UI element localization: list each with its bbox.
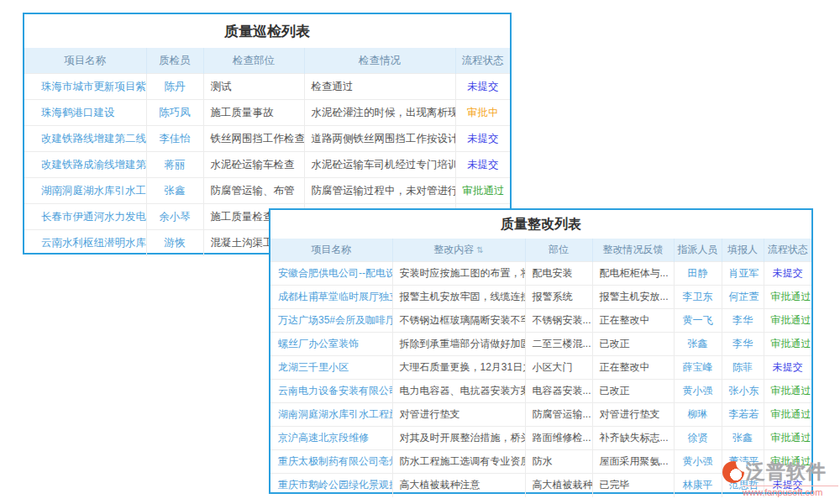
col-header-project-name: 项目名称: [24, 48, 146, 74]
col-header-flow-status: 流程状态: [764, 239, 811, 262]
sort-icon[interactable]: ⇅: [476, 245, 483, 255]
inspection-result-cell: 检查通过: [304, 74, 455, 100]
rectify-content-cell: 拆除到承重墙部分请做好加固...: [392, 333, 525, 356]
reporter-link[interactable]: 李华: [722, 309, 764, 333]
assignee-link[interactable]: 薛宝峰: [674, 356, 722, 380]
assignee-link[interactable]: 柳琳: [674, 403, 722, 427]
assignee-link[interactable]: 林康平: [674, 474, 722, 497]
feedback-cell: 补齐缺失标志...: [592, 427, 674, 450]
rectify-content-cell: 防水工程施工选调有专业资质...: [392, 450, 525, 474]
project-name-link[interactable]: 珠海鹤港口建设: [24, 100, 146, 126]
project-name-link[interactable]: 长春市伊通河水力发电...: [24, 204, 146, 230]
reporter-link[interactable]: 肖亚军: [722, 262, 764, 286]
reporter-link[interactable]: 李若若: [722, 403, 764, 427]
assignee-link[interactable]: 田静: [674, 262, 722, 286]
project-name-link[interactable]: 改建铁路线增建第二线...: [24, 126, 146, 152]
col-header-inspector: 质检员: [146, 48, 203, 74]
reporter-link[interactable]: 张小东: [722, 380, 764, 403]
feedback-cell: 报警主机安放...: [592, 286, 674, 309]
inspection-part-cell: 铁丝网围挡工作检查: [203, 126, 304, 152]
col-header-part: 部位: [525, 239, 592, 262]
project-name-link[interactable]: 重庆太极制药有限公司亳州中...: [270, 450, 392, 474]
feedback-cell: 对管进行垫支: [592, 403, 674, 427]
rectify-content-cell: 对管进行垫支: [392, 403, 525, 427]
assignee-link[interactable]: 张鑫: [674, 333, 722, 356]
status-badge: 审批通过: [764, 286, 811, 309]
table-row: 湖南洞庭湖水库引水工程施工标 对管进行垫支 防腐管运输... 对管进行垫支 柳琳…: [270, 403, 811, 427]
table-row: 安徽合肥供电公司--配电设备... 安装时应按施工图的布置，将... 配电安装 …: [270, 262, 811, 286]
reporter-link[interactable]: 张鑫: [722, 427, 764, 450]
feedback-cell: 屋面采用聚氨...: [592, 450, 674, 474]
inspection-result-cell: 水泥砼灌注的时候，出现离析现象: [304, 100, 455, 126]
status-badge: 审批通过: [764, 427, 811, 450]
feedback-cell: 正在整改中: [592, 356, 674, 380]
project-name-link[interactable]: 成都杜甫草堂临时展厅独立展...: [270, 286, 392, 309]
inspection-list-title-text: 质量巡检列表: [224, 22, 310, 41]
col-header-rectify-content[interactable]: 整改内容⇅: [392, 239, 525, 262]
part-cell: 电容器安装...: [525, 380, 592, 403]
inspector-link[interactable]: 张鑫: [146, 178, 203, 204]
reporter-link[interactable]: 陈菲: [722, 356, 764, 380]
status-badge: 未提交: [764, 262, 811, 286]
inspector-link[interactable]: 余小琴: [146, 204, 203, 230]
reporter-link[interactable]: 李华: [722, 333, 764, 356]
table-row: 珠海鹤港口建设 陈巧凤 施工质量事故 水泥砼灌注的时候，出现离析现象 审批中: [24, 100, 510, 126]
inspection-list-title: 质量巡检列表: [24, 14, 510, 48]
part-cell: 报警系统: [525, 286, 592, 309]
assignee-link[interactable]: 黄小强: [674, 380, 722, 403]
table-row: 龙湖三千里小区 大理石质量更换，12月31日之... 小区大门 正在整改中 薛宝…: [270, 356, 811, 380]
status-badge: 审批通过: [764, 333, 811, 356]
project-name-link[interactable]: 湖南洞庭湖水库引水工...: [24, 178, 146, 204]
vendor-watermark: 泛普软件 www.fanpusoft.com: [722, 459, 838, 502]
col-header-flow-status: 流程状态: [455, 48, 510, 74]
fanpu-brand-text: 泛普软件: [746, 459, 827, 485]
inspector-link[interactable]: 李佳怡: [146, 126, 203, 152]
assignee-link[interactable]: 黄一飞: [674, 309, 722, 333]
fanpu-logo-icon: [722, 461, 744, 483]
inspection-part-cell: 测试: [203, 74, 304, 100]
rectify-content-cell: 对其及时开展整治措施，桥头...: [392, 427, 525, 450]
table-row: 成都杜甫草堂临时展厅独立展... 报警主机安放牢固，线缆连接... 报警系统 报…: [270, 286, 811, 309]
inspection-part-cell: 施工质量事故: [203, 100, 304, 126]
project-name-link[interactable]: 京沪高速北京段维修: [270, 427, 392, 450]
table-row: 珠海市城市更新项目紫... 陈丹 测试 检查通过 未提交: [24, 74, 510, 100]
status-badge: 审批通过: [764, 403, 811, 427]
project-name-link[interactable]: 云南水利枢纽潜明水库...: [24, 230, 146, 256]
project-name-link[interactable]: 湖南洞庭湖水库引水工程施工标: [270, 403, 392, 427]
inspector-link[interactable]: 蒋丽: [146, 152, 203, 178]
status-badge: 审批通过: [764, 380, 811, 403]
inspection-part-cell: 防腐管运输、布管: [203, 178, 304, 204]
assignee-link[interactable]: 黄小强: [674, 450, 722, 474]
project-name-link[interactable]: 珠海市城市更新项目紫...: [24, 74, 146, 100]
part-cell: 防水: [525, 450, 592, 474]
project-name-link[interactable]: 万达广场35#会所及咖啡厅空...: [270, 309, 392, 333]
assignee-link[interactable]: 李卫东: [674, 286, 722, 309]
project-name-link[interactable]: 云南电力设备安装有限公司20...: [270, 380, 392, 403]
rectify-content-cell: 不锈钢边框玻璃隔断安装不牢...: [392, 309, 525, 333]
feedback-cell: 正在整改中: [592, 309, 674, 333]
rectify-content-cell: 报警主机安放牢固，线缆连接...: [392, 286, 525, 309]
rectify-content-cell: 大理石质量更换，12月31日之...: [392, 356, 525, 380]
project-name-link[interactable]: 螺丝厂办公室装饰: [270, 333, 392, 356]
rectify-content-cell: 电力电容器、电抗器安装方案,...: [392, 380, 525, 403]
project-name-link[interactable]: 安徽合肥供电公司--配电设备...: [270, 262, 392, 286]
assignee-link[interactable]: 徐贤: [674, 427, 722, 450]
status-badge: 未提交: [455, 152, 510, 178]
inspection-result-cell: 防腐管运输过程中，未对管进行...: [304, 178, 455, 204]
inspector-link[interactable]: 陈巧凤: [146, 100, 203, 126]
inspector-link[interactable]: 游恢: [146, 230, 203, 256]
inspection-result-cell: 水泥砼运输车司机经过专门培训...: [304, 152, 455, 178]
status-badge: 审批中: [455, 100, 510, 126]
table-row: 京沪高速北京段维修 对其及时开展整治措施，桥头... 路面维修检... 补齐缺失…: [270, 427, 811, 450]
part-cell: 二至三楼混...: [525, 333, 592, 356]
rectify-content-cell: 高大植被栽种注意: [392, 474, 525, 497]
col-header-inspection-part: 检查部位: [203, 48, 304, 74]
inspector-link[interactable]: 陈丹: [146, 74, 203, 100]
reporter-link[interactable]: 何芷萱: [722, 286, 764, 309]
project-name-link[interactable]: 龙湖三千里小区: [270, 356, 392, 380]
feedback-cell: 已完毕: [592, 474, 674, 497]
inspection-table-header-row: 项目名称 质检员 检查部位 检查情况 流程状态: [24, 48, 510, 74]
project-name-link[interactable]: 改建铁路成渝线增建第...: [24, 152, 146, 178]
project-name-link[interactable]: 重庆市鹅岭公园绿化景观提升...: [270, 474, 392, 497]
col-header-assignee: 指派人员: [674, 239, 722, 262]
